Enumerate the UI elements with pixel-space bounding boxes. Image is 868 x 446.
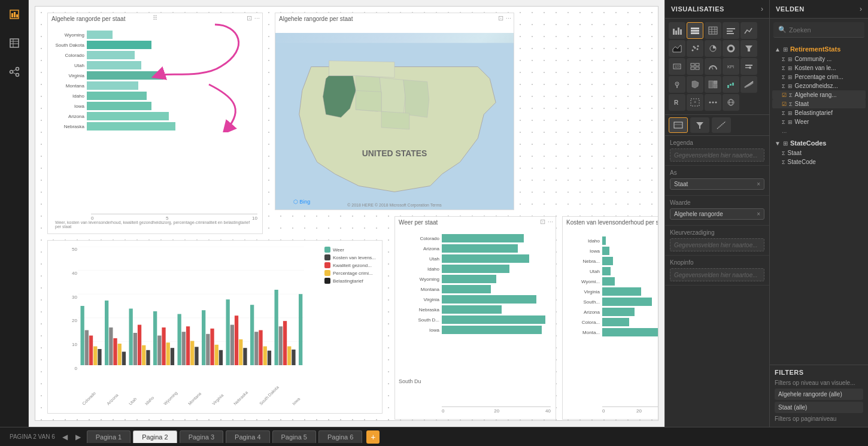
vis-waarde-remove[interactable]: × [757,211,760,217]
vis-icon-treemap[interactable] [705,76,721,93]
svg-point-107 [676,83,678,84]
vis-icon-area[interactable] [669,40,685,57]
page-tab-3[interactable]: Pagina 3 [180,430,223,443]
vis-icon-table2[interactable] [705,22,721,39]
fields-group-statecodes-header[interactable]: ▼ ⊞ StateCodes [772,138,866,148]
svg-point-10 [16,74,19,77]
chart1-more-icon[interactable]: ··· [254,14,260,22]
grouped-chart-box[interactable]: 50 40 30 20 10 0 Weer Kosten van levens.… [47,240,383,414]
svg-rect-68 [299,294,302,365]
fields-item-belasting[interactable]: Σ ⊞ Belastingtarief [772,108,866,117]
vis-icon-globe[interactable] [723,94,739,111]
model-view-btn[interactable] [5,62,24,81]
community-sigma-icon: Σ [782,56,785,62]
report-view-btn[interactable] [5,5,24,24]
vis-icon-column[interactable] [687,22,703,39]
page-tab-5[interactable]: Pagina 5 [272,430,316,443]
vis-analytics-tab[interactable] [712,117,731,133]
search-input[interactable] [789,26,868,34]
prev-page-btn[interactable]: ◀ [59,430,72,444]
vis-filter-tab[interactable] [690,117,709,133]
vis-icon-scatter[interactable] [687,40,703,57]
fields-item-percentage[interactable]: Σ ⊞ Percentage crim... [772,72,866,81]
page-tab-2[interactable]: Pagina 2 [133,430,177,443]
vis-icon-filledmap[interactable] [687,76,703,93]
vis-icon-kpi[interactable]: KPI [723,58,739,75]
svg-marker-85 [673,45,681,52]
vis-icon-pie[interactable] [705,40,721,57]
vis-as-field[interactable]: Staat × [670,178,764,190]
vis-icon-funnel[interactable] [740,40,757,57]
fields-item-statecode[interactable]: Σ StateCode [772,157,866,166]
fields-item-community[interactable]: Σ ⊞ Community ... [772,54,866,63]
svg-rect-27 [98,349,101,365]
vis-icon-waterfall[interactable] [723,76,739,93]
table-view-btn[interactable] [5,34,24,53]
fields-item-more[interactable]: ... [772,126,866,135]
svg-rect-58 [250,305,254,365]
visualisaties-panel: VISUALISATIES › [664,0,769,427]
fields-item-gezondheid[interactable]: Σ ⊞ Gezondheidsz... [772,81,866,90]
vis-waarde-field[interactable]: Algehele rangorde × [670,208,764,220]
vis-format-tab[interactable] [669,117,688,133]
vis-icon-gauge[interactable] [705,58,721,75]
fields-panel-expand[interactable]: › [860,5,862,13]
vis-icon-slicer[interactable] [740,58,757,75]
page-tab-4[interactable]: Pagina 4 [226,430,269,443]
vis-icon-bar[interactable] [669,22,685,39]
vis-icon-card[interactable]: 123 [669,58,685,75]
weer-chart-box[interactable]: ⊡ ··· Weer per staat Colorado Arizona Ut… [394,216,556,420]
fields-item-staat2[interactable]: Σ Staat [772,148,866,157]
svg-point-9 [16,68,19,71]
add-page-btn[interactable]: + [366,430,380,444]
vis-icon-custom[interactable]: + [687,94,703,111]
fields-item-algehele[interactable]: ☑ Σ Algehele rang... [772,90,866,99]
svg-rect-55 [235,315,238,365]
chart1-box[interactable]: ⊡ ··· ⠿ Algehele rangorde per staat Wyom… [47,13,263,234]
kosten-chart-box[interactable]: ⊡ ··· Kosten van levensonderhoud per sta… [562,216,658,420]
statecode-sigma-icon: Σ [782,159,785,165]
filters-visual-label: Filters op niveau van visuele... [775,380,863,386]
svg-rect-62 [268,351,271,365]
fields-group-retirement-header[interactable]: ▲ ⊞ RetirementStats [772,44,866,54]
vis-icon-more2[interactable] [705,94,721,111]
vis-icon-line[interactable] [740,22,757,39]
svg-rect-123 [674,122,682,128]
vis-icon-matrix[interactable] [723,22,739,39]
vis-panel-expand[interactable]: › [761,5,763,13]
percentage-sigma-icon: Σ [782,74,785,80]
map-more-icon[interactable]: ··· [506,14,511,22]
algehele-label: Algehele rang... [795,92,837,98]
vis-waarde-section: Waarde Algehele rangorde × [665,196,769,226]
svg-rect-36 [142,345,145,365]
vis-kleur-label: Kleurverzadiging [670,229,764,236]
svg-rect-70 [673,29,675,35]
svg-rect-26 [93,347,97,366]
vis-icon-r[interactable]: R [669,94,685,111]
weer-more-icon[interactable]: ··· [548,218,553,226]
fields-item-staat[interactable]: ☑ Σ Staat [772,99,866,108]
svg-rect-53 [226,299,230,365]
vis-as-remove[interactable]: × [757,181,760,187]
chart1-expand-icon[interactable]: ⊡ [247,14,252,22]
vis-icon-donut[interactable] [723,40,739,57]
vis-as-field-text: Staat [674,181,688,187]
vis-icon-multicard[interactable] [687,58,703,75]
filter-rangorde[interactable]: Algehele rangorde (alle) [775,389,863,400]
search-box[interactable]: 🔍 [773,22,864,38]
vis-icon-map[interactable] [669,76,685,93]
svg-rect-37 [146,350,150,365]
weer-expand-icon[interactable]: ⊡ [540,218,545,226]
page-tab-6[interactable]: Pagina 6 [318,430,362,443]
svg-line-12 [13,72,16,74]
filter-staat[interactable]: Staat (alle) [775,402,863,413]
next-page-btn[interactable]: ▶ [72,430,85,444]
chart1-move-icon[interactable]: ⠿ [153,14,157,22]
map-box[interactable]: ⊡ ··· Algehele rangorde per staat [275,13,514,210]
vis-icon-ribbon[interactable] [740,76,757,93]
map-expand-icon[interactable]: ⊡ [498,14,503,22]
fields-item-weer[interactable]: Σ ⊞ Weer [772,117,866,126]
fields-item-kosten[interactable]: Σ ⊞ Kosten van le... [772,63,866,72]
page-tab-1[interactable]: Pagina 1 [87,430,130,443]
belasting-type-icon: ⊞ [788,110,793,116]
